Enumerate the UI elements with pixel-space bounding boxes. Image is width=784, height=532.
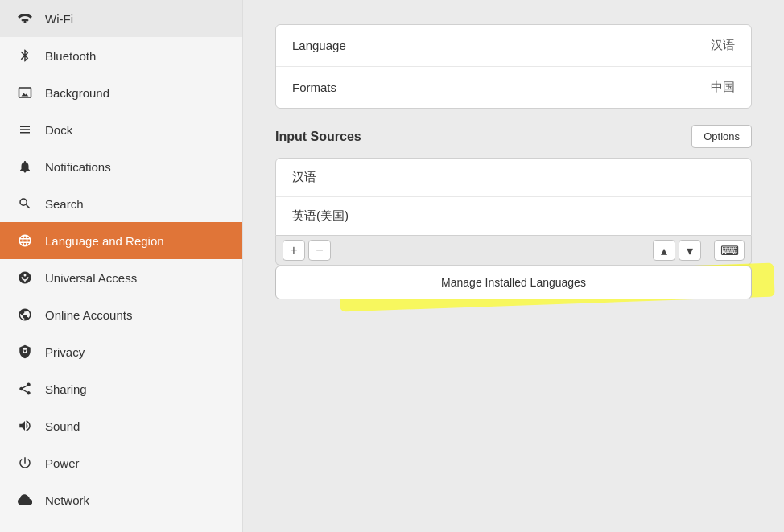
move-down-button[interactable]: ▾ [679,240,701,261]
input-sources-header: Input Sources Options [275,125,752,148]
sidebar-item-background[interactable]: Background [0,74,242,111]
privacy-icon [16,343,34,361]
keyboard-icon: ⌨ [720,243,739,258]
remove-input-button[interactable]: − [308,240,331,261]
sidebar-item-label-background: Background [45,86,109,100]
add-icon: + [290,243,297,258]
sidebar-item-label-online-accounts: Online Accounts [45,308,132,322]
sidebar-item-label-wifi: Wi-Fi [45,12,73,26]
sharing-icon [16,380,34,398]
sound-icon [16,417,34,435]
sidebar-item-label-universal-access: Universal Access [45,271,137,285]
move-up-button[interactable]: ▴ [653,240,675,261]
chevron-down-icon: ▾ [687,243,693,258]
remove-icon: − [316,243,323,258]
bluetooth-icon [16,47,34,64]
sidebar: Wi-FiBluetoothBackgroundDockNotification… [0,0,243,532]
sidebar-item-wifi[interactable]: Wi-Fi [0,0,242,37]
sidebar-item-label-search: Search [45,197,84,211]
formats-value: 中国 [711,80,735,95]
language-icon [16,232,34,250]
sidebar-item-dock[interactable]: Dock [0,111,242,148]
sidebar-item-power[interactable]: Power [0,444,242,481]
notifications-icon [16,158,34,175]
sidebar-item-label-privacy: Privacy [45,345,85,359]
online-accounts-icon [16,306,34,324]
sidebar-item-label-language-region: Language and Region [45,234,164,248]
add-input-button[interactable]: + [283,240,305,261]
sidebar-item-label-notifications: Notifications [45,160,111,174]
dock-icon [16,121,34,138]
manage-languages-container: Manage Installed Languages [275,266,752,299]
sidebar-item-sound[interactable]: Sound [0,407,242,444]
sidebar-item-bluetooth[interactable]: Bluetooth [0,37,242,74]
sidebar-item-label-power: Power [45,456,80,470]
input-item-english[interactable]: 英语(美国) [276,197,751,235]
sidebar-item-online-accounts[interactable]: Online Accounts [0,296,242,333]
toolbar-right: ▴ ▾ [653,240,701,261]
input-item-chinese-label: 汉语 [292,170,316,184]
formats-row[interactable]: Formats 中国 [276,67,751,108]
options-button[interactable]: Options [691,125,752,148]
language-label: Language [292,39,346,52]
language-row[interactable]: Language 汉语 [276,25,751,67]
language-formats-card: Language 汉语 Formats 中国 [275,24,752,109]
formats-label: Formats [292,80,336,94]
universal-access-icon [16,269,34,287]
keyboard-settings-button[interactable]: ⌨ [714,240,745,261]
search-icon [16,195,34,212]
power-icon [16,454,34,472]
main-content: Language 汉语 Formats 中国 Input Sources Opt… [243,0,784,532]
network-icon [16,491,34,509]
sidebar-item-search[interactable]: Search [0,185,242,222]
sidebar-item-privacy[interactable]: Privacy [0,333,242,370]
sidebar-item-label-sound: Sound [45,419,80,433]
sidebar-item-language-region[interactable]: Language and Region [0,222,242,259]
input-item-english-label: 英语(美国) [292,208,349,222]
input-sources-title: Input Sources [275,130,361,144]
sidebar-item-label-sharing: Sharing [45,382,87,396]
background-icon [16,84,34,101]
input-toolbar: + − ▴ ▾ ⌨ [275,236,752,266]
wifi-icon [16,10,34,27]
sidebar-item-notifications[interactable]: Notifications [0,148,242,185]
sidebar-item-universal-access[interactable]: Universal Access [0,259,242,296]
input-item-chinese[interactable]: 汉语 [276,159,751,197]
sidebar-item-network[interactable]: Network [0,481,242,518]
chevron-up-icon: ▴ [661,243,667,258]
sidebar-item-label-dock: Dock [45,123,72,137]
input-list: 汉语 英语(美国) [275,158,752,236]
language-value: 汉语 [711,38,735,53]
sidebar-item-label-bluetooth: Bluetooth [45,49,96,63]
sidebar-item-label-network: Network [45,493,89,507]
sidebar-item-sharing[interactable]: Sharing [0,370,242,407]
manage-languages-button[interactable]: Manage Installed Languages [275,266,752,299]
